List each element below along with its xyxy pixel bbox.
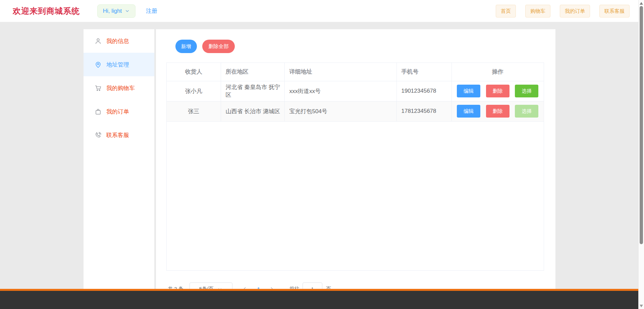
column-header-address: 详细地址 — [284, 63, 396, 81]
sidebar-item-my-orders[interactable]: 我的订单 — [84, 100, 154, 123]
cell-address: xxx街道xx号 — [284, 81, 396, 101]
select-button-disabled[interactable]: 选择 — [515, 105, 538, 118]
cell-recipient: 张三 — [167, 101, 221, 121]
sidebar-item-label: 地址管理 — [106, 61, 129, 69]
sidebar-item-label: 我的信息 — [106, 37, 129, 45]
phone-icon — [95, 132, 102, 139]
app-header: 欢迎来到商城系统 Hi, light 注册 首页 购物车 我的订单 联系客服 — [0, 0, 644, 22]
cell-recipient: 张小凡 — [167, 81, 221, 101]
header-nav: 首页 购物车 我的订单 联系客服 — [496, 5, 630, 17]
cell-phone: 19012345678 — [396, 81, 451, 101]
table-row: 张小凡 河北省 秦皇岛市 抚宁区 xxx街道xx号 19012345678 编辑… — [167, 81, 544, 101]
register-link[interactable]: 注册 — [146, 7, 157, 15]
delete-all-button[interactable]: 删除全部 — [202, 40, 235, 53]
nav-orders-button[interactable]: 我的订单 — [560, 5, 590, 17]
page-title: 欢迎来到商城系统 — [13, 6, 80, 16]
column-header-region: 所在地区 — [221, 63, 284, 81]
sidebar-item-label: 我的购物车 — [106, 84, 135, 92]
nav-support-button[interactable]: 联系客服 — [599, 5, 630, 17]
cell-region: 河北省 秦皇岛市 抚宁区 — [221, 81, 284, 101]
table-row: 张三 山西省 长治市 潞城区 宝光打包504号 17812345678 编辑 删… — [167, 101, 544, 121]
cell-phone: 17812345678 — [396, 101, 451, 121]
cell-actions: 编辑 删除 选择 — [451, 81, 544, 101]
scrollbar-thumb[interactable] — [640, 6, 643, 244]
main-panel: 新增 删除全部 收货人 所在地区 详细地址 手机号 操作 张小凡 河北省 秦皇岛… — [156, 29, 555, 291]
scrollbar-up-arrow-icon[interactable] — [640, 2, 643, 5]
scrollbar-down-arrow-icon[interactable] — [640, 305, 643, 307]
sidebar-item-my-info[interactable]: 我的信息 — [84, 29, 154, 53]
user-dropdown[interactable]: Hi, light — [97, 4, 136, 18]
cell-address: 宝光打包504号 — [284, 101, 396, 121]
select-button[interactable]: 选择 — [515, 85, 538, 97]
shopping-bag-icon — [95, 108, 102, 115]
add-address-button[interactable]: 新增 — [175, 40, 197, 53]
edit-button[interactable]: 编辑 — [457, 85, 480, 97]
sidebar-item-address-management[interactable]: 地址管理 — [84, 53, 154, 76]
table-header-row: 收货人 所在地区 详细地址 手机号 操作 — [167, 63, 544, 81]
delete-button[interactable]: 删除 — [486, 105, 509, 118]
footer — [0, 291, 638, 309]
column-header-phone: 手机号 — [396, 63, 451, 81]
user-dropdown-label: Hi, light — [103, 8, 122, 14]
toolbar: 新增 删除全部 — [156, 29, 555, 53]
sidebar: 我的信息 地址管理 我的购物车 我的订单 联系客服 — [84, 29, 154, 291]
nav-cart-button[interactable]: 购物车 — [525, 5, 550, 17]
sidebar-item-label: 我的订单 — [106, 108, 129, 116]
edit-button[interactable]: 编辑 — [457, 105, 480, 118]
sidebar-item-contact-support[interactable]: 联系客服 — [84, 123, 154, 147]
location-pin-icon — [95, 61, 102, 68]
address-table: 收货人 所在地区 详细地址 手机号 操作 张小凡 河北省 秦皇岛市 抚宁区 xx… — [166, 62, 544, 271]
column-header-actions: 操作 — [451, 63, 544, 81]
delete-button[interactable]: 删除 — [486, 85, 509, 97]
cell-actions: 编辑 删除 选择 — [451, 101, 544, 121]
cart-icon — [95, 85, 102, 92]
column-header-recipient: 收货人 — [167, 63, 221, 81]
chevron-down-icon — [125, 8, 130, 13]
nav-home-button[interactable]: 首页 — [496, 5, 516, 17]
user-icon — [95, 38, 102, 45]
sidebar-item-label: 联系客服 — [106, 131, 129, 139]
vertical-scrollbar[interactable] — [638, 0, 644, 309]
cell-region: 山西省 长治市 潞城区 — [221, 101, 284, 121]
sidebar-item-my-cart[interactable]: 我的购物车 — [84, 76, 154, 100]
